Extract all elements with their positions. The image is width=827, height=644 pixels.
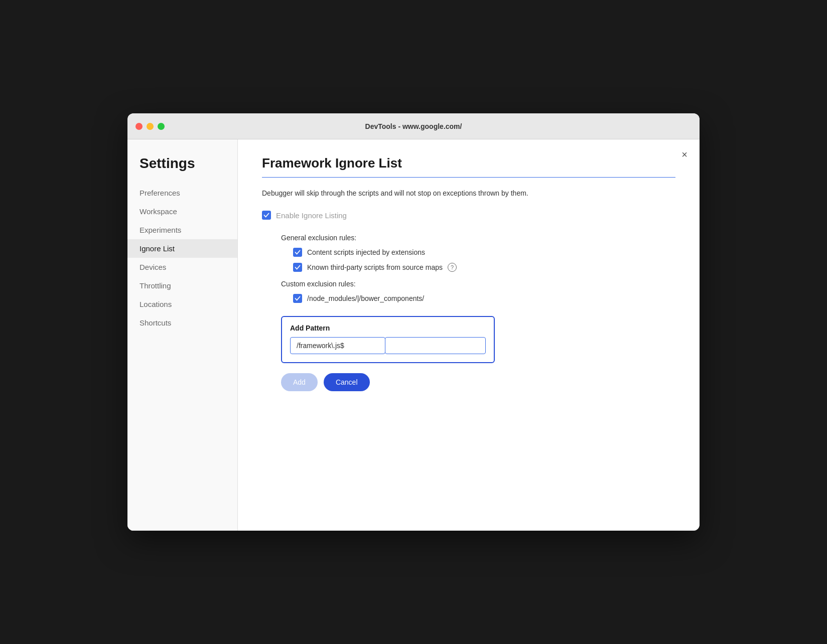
rule-row-node-modules: /node_modules/|/bower_components/ <box>281 294 675 303</box>
rule-row-third-party: Known third-party scripts from source ma… <box>281 263 675 272</box>
close-button[interactable]: × <box>681 149 687 159</box>
sidebar: Settings Preferences Workspace Experimen… <box>127 139 238 531</box>
pattern-input-right[interactable] <box>385 337 486 354</box>
enable-ignore-listing-checkbox[interactable] <box>262 211 271 220</box>
checkmark-icon <box>295 249 301 255</box>
third-party-scripts-checkbox[interactable] <box>293 263 302 272</box>
custom-section-label: Custom exclusion rules: <box>281 280 675 288</box>
rule-row-content-scripts: Content scripts injected by extensions <box>281 248 675 257</box>
window-title: DevTools - www.google.com/ <box>365 122 462 130</box>
third-party-scripts-label: Known third-party scripts from source ma… <box>307 263 443 271</box>
sidebar-item-ignore-list[interactable]: Ignore List <box>127 239 237 258</box>
node-modules-checkbox[interactable] <box>293 294 302 303</box>
sidebar-item-experiments[interactable]: Experiments <box>127 221 237 239</box>
node-modules-label: /node_modules/|/bower_components/ <box>307 294 424 302</box>
main-panel: × Framework Ignore List Debugger will sk… <box>238 139 700 531</box>
sidebar-item-throttling[interactable]: Throttling <box>127 276 237 295</box>
add-pattern-label: Add Pattern <box>290 324 486 332</box>
general-section-label: General exclusion rules: <box>281 234 675 242</box>
minimize-traffic-light[interactable] <box>147 123 154 130</box>
content-area: Settings Preferences Workspace Experimen… <box>127 139 700 531</box>
settings-heading: Settings <box>127 155 237 184</box>
sidebar-item-locations[interactable]: Locations <box>127 295 237 313</box>
general-exclusion-section: General exclusion rules: Content scripts… <box>262 234 675 272</box>
buttons-row: Add Cancel <box>262 373 675 391</box>
titlebar: DevTools - www.google.com/ <box>127 113 700 139</box>
sidebar-item-shortcuts[interactable]: Shortcuts <box>127 313 237 332</box>
content-scripts-checkbox[interactable] <box>293 248 302 257</box>
devtools-window: DevTools - www.google.com/ Settings Pref… <box>127 113 700 531</box>
add-pattern-box: Add Pattern <box>281 316 495 363</box>
traffic-lights <box>135 123 165 130</box>
checkmark-icon <box>263 212 269 218</box>
sidebar-item-preferences[interactable]: Preferences <box>127 184 237 202</box>
title-divider <box>262 177 675 178</box>
sidebar-item-workspace[interactable]: Workspace <box>127 202 237 221</box>
custom-exclusion-section: Custom exclusion rules: /node_modules/|/… <box>262 280 675 363</box>
cancel-button[interactable]: Cancel <box>324 373 370 391</box>
help-icon[interactable]: ? <box>448 263 457 272</box>
sidebar-item-devices[interactable]: Devices <box>127 258 237 276</box>
content-scripts-label: Content scripts injected by extensions <box>307 248 425 256</box>
close-traffic-light[interactable] <box>135 123 143 130</box>
enable-ignore-listing-label: Enable Ignore Listing <box>276 211 347 220</box>
checkmark-icon <box>295 264 301 270</box>
maximize-traffic-light[interactable] <box>158 123 165 130</box>
add-button[interactable]: Add <box>281 373 318 391</box>
checkmark-icon <box>295 295 301 301</box>
enable-ignore-listing-row: Enable Ignore Listing <box>262 211 675 220</box>
description-text: Debugger will skip through the scripts a… <box>262 188 623 199</box>
page-title: Framework Ignore List <box>262 155 675 171</box>
pattern-field-group <box>290 337 486 354</box>
pattern-input-left[interactable] <box>290 337 385 354</box>
